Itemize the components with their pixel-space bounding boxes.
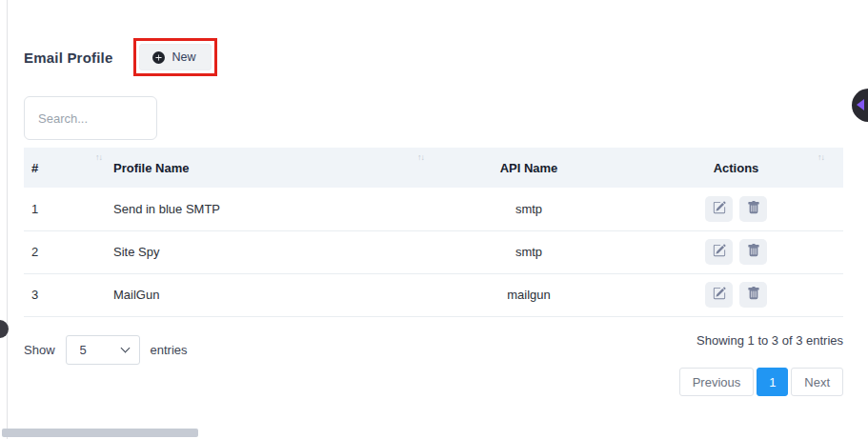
new-button-label: New [172,50,195,64]
sort-icon[interactable]: ↑↓ [417,152,424,162]
customizer-toggle-button[interactable] [852,89,868,122]
plus-circle-icon [152,51,165,64]
table-row: 3 MailGun mailgun [24,273,843,316]
table-row: 1 Send in blue SMTP smtp [24,188,843,230]
entries-label: entries [151,343,188,357]
column-header-actions-label: Actions [714,161,759,175]
column-header-api-name[interactable]: API Name [429,148,629,188]
horizontal-scrollbar-thumb[interactable] [2,429,198,437]
edit-button[interactable] [705,282,733,308]
column-header-index-label: # [31,161,38,175]
page-title: Email Profile [24,50,112,66]
row-profile-name: MailGun [108,273,429,316]
sort-icon[interactable]: ↑↓ [95,152,102,162]
trash-icon [747,201,760,217]
table-header-row: # ↑↓ Profile Name ↑↓ API Name Actions ↑↓ [24,148,843,188]
table-row: 2 Site Spy smtp [24,230,843,273]
edit-button[interactable] [705,239,733,265]
page-length-select[interactable]: 5 [66,335,140,365]
search-input[interactable] [24,96,157,140]
row-index: 2 [24,230,108,273]
new-button[interactable]: New [139,44,212,70]
table-info: Showing 1 to 3 of 3 entries [696,333,843,348]
edit-pencil-icon [713,201,726,217]
caret-left-icon [857,99,864,110]
row-api-name: mailgun [429,273,629,316]
column-header-index[interactable]: # ↑↓ [24,148,108,188]
sort-icon[interactable]: ↑↓ [818,152,824,162]
page-length-control: Show 5 entries [24,335,188,365]
row-profile-name: Send in blue SMTP [108,188,429,230]
delete-button[interactable] [739,239,767,265]
column-header-actions[interactable]: Actions ↑↓ [629,148,843,188]
delete-button[interactable] [739,282,767,308]
column-header-profile-name[interactable]: Profile Name ↑↓ [108,148,429,188]
next-page-button[interactable]: Next [791,368,843,396]
trash-icon [747,244,760,260]
previous-page-button[interactable]: Previous [679,368,755,396]
left-panel-divider [7,0,8,439]
pagination: Previous 1 Next [679,368,843,396]
delete-button[interactable] [739,196,767,222]
row-index: 3 [24,273,108,316]
row-api-name: smtp [429,230,629,273]
row-index: 1 [24,188,108,230]
new-button-highlight-box: New [133,38,217,76]
email-profile-table: # ↑↓ Profile Name ↑↓ API Name Actions ↑↓… [24,148,843,317]
page-header: Email Profile New [24,38,217,76]
current-page-button[interactable]: 1 [757,368,788,396]
edit-pencil-icon [713,287,726,303]
row-profile-name: Site Spy [108,230,429,273]
trash-icon [747,287,760,303]
column-header-api-name-label: API Name [500,161,558,175]
edit-pencil-icon [713,244,726,260]
edit-button[interactable] [705,196,733,222]
row-api-name: smtp [429,188,629,230]
column-header-profile-name-label: Profile Name [113,161,189,175]
show-label: Show [24,343,55,357]
